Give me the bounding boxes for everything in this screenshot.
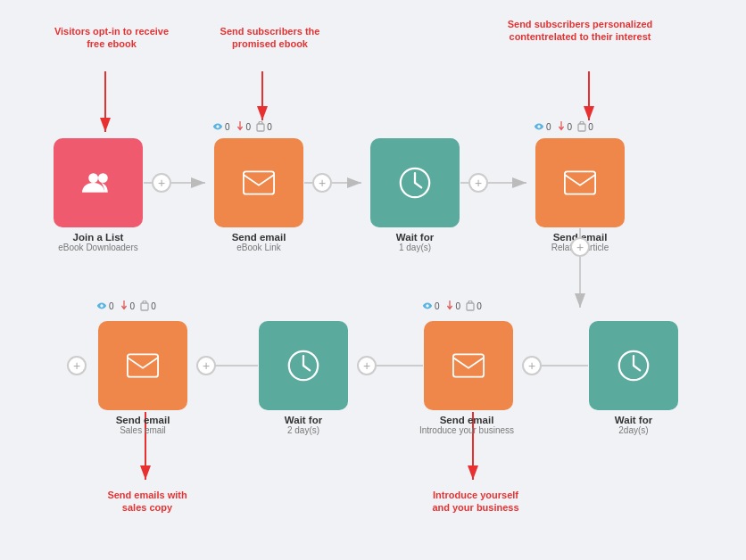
stats-card4: 0 0 0 (534, 121, 593, 132)
card-wait-1-label: Wait for 1 day(s) (370, 232, 460, 252)
svg-line-29 (303, 366, 310, 370)
stats-orders7: 0 (466, 301, 482, 311)
card-wait-2-label: Wait for 2 day(s) (259, 415, 348, 435)
stats-orders: 0 (256, 121, 272, 132)
card-join-list-label: Join a List eBook Downloaders (54, 232, 143, 252)
annotation-sales: Send emails withsales copy (89, 489, 205, 515)
card-wait-2[interactable] (259, 321, 348, 410)
stats-clicks4: 0 (557, 121, 573, 132)
stats-card2: 0 0 0 (212, 121, 272, 132)
card-wait-3-label: Wait for 2day(s) (589, 415, 678, 435)
stats-views: 0 (212, 122, 230, 132)
stats-orders5: 0 (140, 301, 156, 311)
card-join-list[interactable] (54, 138, 143, 227)
clock-icon-2 (287, 350, 319, 382)
svg-rect-30 (453, 354, 484, 376)
card-send-email-related[interactable] (535, 138, 625, 227)
stats-clicks5: 0 (120, 301, 136, 311)
svg-rect-18 (467, 303, 474, 310)
card-wait-3[interactable] (589, 321, 678, 410)
card-send-email-sales-label: Send email Sales email (98, 415, 187, 435)
card-wait-1[interactable] (370, 138, 460, 227)
card-send-email-introduce-label: Send email Introduce your business (413, 415, 520, 435)
plus-c4-down[interactable]: + (570, 237, 590, 257)
card-send-email-1-label: Send email eBook Link (214, 232, 303, 252)
mail-icon-3 (127, 350, 159, 382)
clock-icon-1 (399, 167, 431, 199)
mail-icon-1 (243, 167, 275, 199)
annotation-promised-ebook: Send subscribers the promised ebook (205, 25, 335, 51)
svg-point-19 (88, 173, 98, 183)
svg-rect-25 (565, 171, 595, 194)
card-send-email-introduce[interactable] (424, 321, 513, 410)
svg-rect-17 (141, 303, 148, 310)
stats-card5: 0 0 0 (96, 301, 156, 311)
card-send-email-sales[interactable] (98, 321, 187, 410)
stats-views7: 0 (422, 301, 440, 311)
plus-c2-c3[interactable]: + (312, 173, 332, 193)
mail-icon-4 (452, 350, 485, 382)
stats-card7: 0 0 0 (422, 301, 482, 311)
plus-row2-start[interactable]: + (67, 356, 87, 375)
annotation-opt-in: Visitors opt-in to receive free ebook (49, 25, 174, 51)
plus-c7-c8[interactable]: + (522, 356, 542, 375)
stats-clicks: 0 (236, 121, 252, 132)
stats-clicks7: 0 (445, 301, 461, 311)
svg-line-24 (415, 183, 421, 187)
workflow-canvas: Visitors opt-in to receive free ebook Se… (0, 0, 746, 560)
annotation-introduce: Introduce yourselfand your business (413, 489, 538, 515)
users-icon (82, 167, 114, 199)
stats-orders4: 0 (577, 121, 593, 132)
clock-icon-3 (618, 350, 650, 382)
plus-c1-c2[interactable]: + (152, 173, 171, 193)
mail-icon-2 (564, 167, 596, 199)
card-send-email-1[interactable] (214, 138, 303, 227)
annotation-personalized: Send subscribers personalized contentrel… (491, 18, 669, 44)
svg-rect-21 (244, 171, 274, 194)
svg-rect-26 (128, 354, 158, 376)
plus-c5-c6[interactable]: + (196, 356, 216, 375)
svg-line-33 (634, 366, 640, 370)
svg-point-20 (98, 173, 108, 183)
svg-rect-15 (257, 124, 264, 131)
plus-c6-c7[interactable]: + (357, 356, 377, 375)
stats-views4: 0 (534, 122, 551, 132)
plus-c3-c4[interactable]: + (468, 173, 488, 193)
arrows-svg (0, 0, 746, 560)
svg-rect-16 (578, 124, 585, 131)
stats-views5: 0 (96, 301, 114, 311)
